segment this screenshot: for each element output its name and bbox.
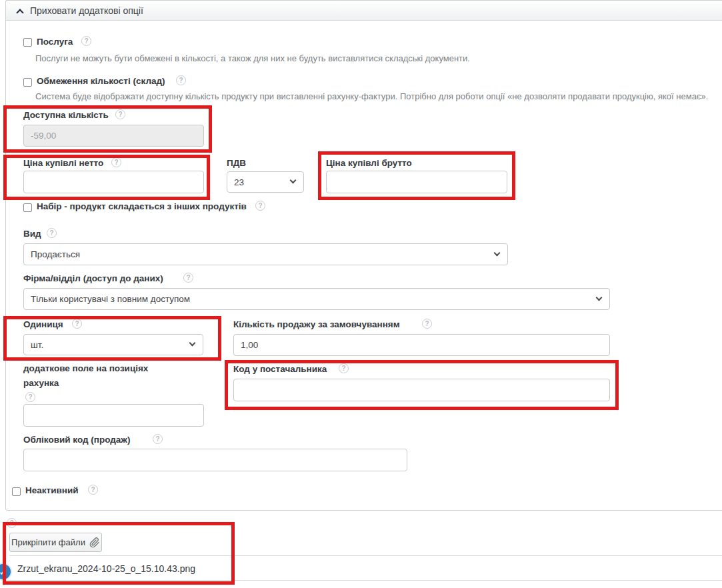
chevron-down-icon xyxy=(494,249,501,256)
service-checkbox[interactable] xyxy=(23,38,32,47)
purchase-gross-label: Ціна купівлі брутто xyxy=(326,158,412,168)
file-row-top-divider xyxy=(9,555,722,556)
accounting-code-input[interactable] xyxy=(23,449,407,471)
paperclip-icon xyxy=(89,537,100,548)
purchase-gross-input[interactable] xyxy=(326,171,507,193)
product-options-form: Приховати додаткові опції Послуга Послуг… xyxy=(0,0,722,588)
available-qty-input xyxy=(23,125,204,147)
bottom-divider xyxy=(5,580,722,581)
blue-check-badge-icon: ✓ xyxy=(0,563,12,581)
default-sale-qty-input[interactable] xyxy=(233,334,610,356)
supplier-code-input[interactable] xyxy=(233,379,610,401)
attachments-help-icon[interactable] xyxy=(7,518,17,528)
stock-limit-help-icon[interactable] xyxy=(176,75,186,85)
unit-select-value: шт. xyxy=(31,340,43,350)
service-label: Послуга xyxy=(37,37,73,47)
extra-field-label-line2: рахунка xyxy=(23,378,59,388)
accounting-code-help-icon[interactable] xyxy=(153,434,163,444)
purchase-net-input[interactable] xyxy=(23,171,204,193)
supplier-code-label: Код у постачальника xyxy=(233,364,327,374)
unit-label: Одиниця xyxy=(23,319,63,329)
kind-label: Вид xyxy=(23,229,41,239)
vat-select-value: 23 xyxy=(234,177,244,187)
extra-field-help-icon[interactable] xyxy=(25,392,35,402)
chevron-down-icon xyxy=(189,340,196,347)
attached-file-name[interactable]: Zrzut_ekranu_2024-10-25_o_15.10.43.png xyxy=(17,563,195,574)
company-access-select[interactable]: Тільки користувачі з повним доступом xyxy=(23,288,610,310)
attach-files-button[interactable]: Прикріпити файли xyxy=(9,533,102,552)
company-access-help-icon[interactable] xyxy=(183,273,193,283)
default-sale-qty-help-icon[interactable] xyxy=(422,319,432,329)
supplier-code-help-icon[interactable] xyxy=(339,363,349,373)
panel-title[interactable]: Приховати додаткові опції xyxy=(30,5,143,16)
purchase-net-help-icon[interactable] xyxy=(111,157,121,167)
bundle-help-icon[interactable] xyxy=(255,201,265,211)
service-help-icon[interactable] xyxy=(81,36,91,46)
inactive-label: Неактивний xyxy=(25,485,78,495)
kind-help-icon[interactable] xyxy=(47,228,57,238)
extra-field-input[interactable] xyxy=(23,404,204,427)
unit-select[interactable]: шт. xyxy=(23,334,203,355)
stock-limit-checkbox[interactable] xyxy=(23,78,32,87)
available-qty-label: Доступна кількість xyxy=(23,110,109,120)
accounting-code-label: Обліковий код (продаж) xyxy=(23,435,130,445)
kind-select-value: Продається xyxy=(31,249,80,259)
company-access-label: Фірма/відділ (доступ до даних) xyxy=(23,273,163,283)
stock-limit-label: Обмеження кількості (склад) xyxy=(37,76,165,86)
available-qty-help-icon[interactable] xyxy=(115,109,125,119)
unit-help-icon[interactable] xyxy=(72,319,82,329)
vat-select[interactable]: 23 xyxy=(227,171,304,193)
bundle-checkbox[interactable] xyxy=(23,203,32,212)
annotation-box-attachments xyxy=(3,522,235,585)
stock-limit-description: Система буде відображати доступну кількі… xyxy=(35,91,722,101)
chevron-down-icon xyxy=(596,294,603,301)
bundle-label: Набір - продукт складається з інших прод… xyxy=(37,201,247,211)
default-sale-qty-label: Кількість продажу за замовчуванням xyxy=(233,319,400,329)
chevron-down-icon xyxy=(290,177,297,184)
service-description: Послуги не можуть бути обмежені в кілько… xyxy=(35,53,719,63)
purchase-net-label: Ціна купівлі нетто xyxy=(23,158,103,168)
vat-label: ПДВ xyxy=(227,158,246,168)
inactive-checkbox[interactable] xyxy=(12,487,21,496)
kind-select[interactable]: Продається xyxy=(23,243,508,265)
company-access-select-value: Тільки користувачі з повним доступом xyxy=(31,294,190,304)
inactive-help-icon[interactable] xyxy=(88,485,98,495)
attach-files-button-label: Прикріпити файли xyxy=(11,537,85,547)
extra-field-label-line1: додаткове поле на позиціях xyxy=(23,363,148,373)
